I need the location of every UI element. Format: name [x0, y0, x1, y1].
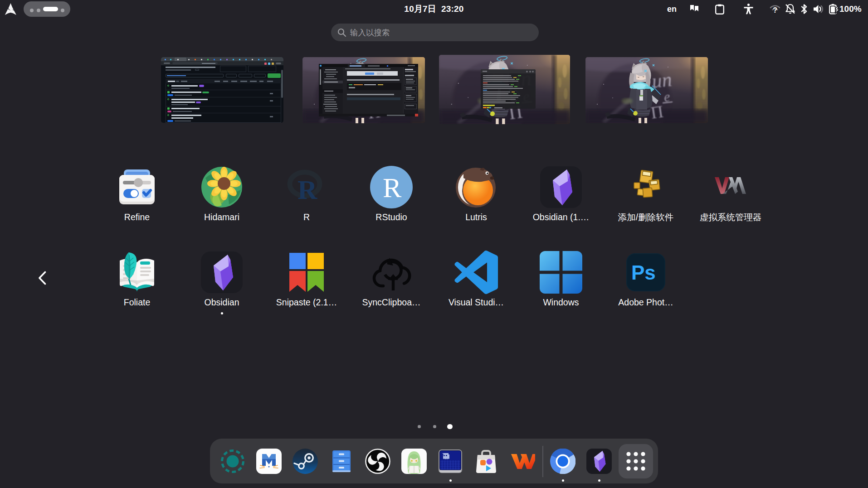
svg-text:R: R	[383, 172, 402, 203]
svg-text:?: ?	[773, 6, 777, 14]
svg-text:R: R	[297, 175, 317, 205]
svg-text:Ps: Ps	[631, 261, 656, 284]
